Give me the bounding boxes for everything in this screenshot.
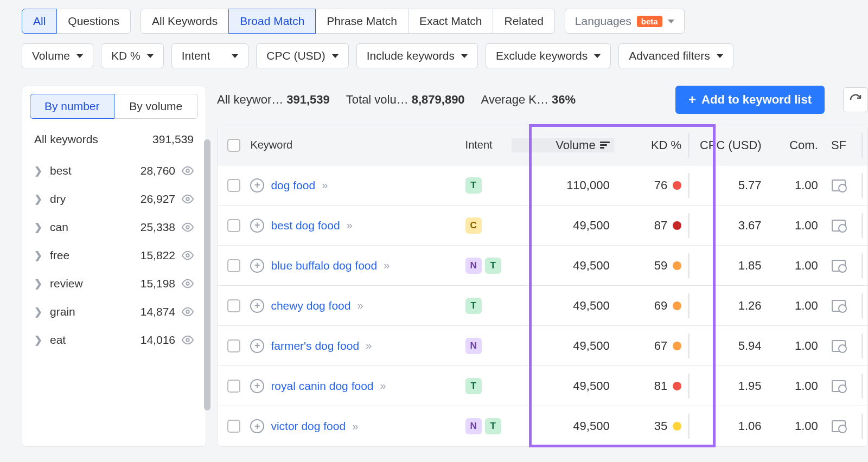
double-chevron-icon[interactable]: » xyxy=(322,179,326,191)
tab-broad-match[interactable]: Broad Match xyxy=(228,9,316,34)
refresh-button[interactable] xyxy=(843,87,868,112)
keyword-link[interactable]: chewy dog food xyxy=(271,299,350,312)
filter-advanced[interactable]: Advanced filters xyxy=(618,43,733,68)
cell-cpc: 1.26 xyxy=(694,299,766,313)
intent-badge-n: N xyxy=(465,418,482,434)
keyword-link[interactable]: dog food xyxy=(271,179,315,192)
tab-all-keywords[interactable]: All Keywords xyxy=(141,9,229,34)
sidebar-group-grain[interactable]: ❯grain14,874 xyxy=(30,298,198,326)
svg-point-4 xyxy=(186,282,189,285)
cell-com: 1.00 xyxy=(766,178,822,193)
tab-exact-match[interactable]: Exact Match xyxy=(408,9,494,34)
expand-icon[interactable]: + xyxy=(250,339,264,353)
col-kd[interactable]: KD % xyxy=(614,138,686,152)
cell-volume: 49,500 xyxy=(512,379,614,393)
toggle-by-volume[interactable]: By volume xyxy=(114,94,199,119)
tab-phrase-match[interactable]: Phrase Match xyxy=(315,9,409,34)
toggle-by-number[interactable]: By number xyxy=(30,94,114,119)
keyword-link[interactable]: best dog food xyxy=(271,219,340,232)
chevron-right-icon: ❯ xyxy=(34,221,42,233)
keyword-link[interactable]: victor dog food xyxy=(271,420,346,433)
col-com[interactable]: Com. xyxy=(766,138,822,152)
double-chevron-icon[interactable]: » xyxy=(352,420,356,433)
row-checkbox[interactable] xyxy=(227,380,240,393)
tab-all[interactable]: All xyxy=(22,9,57,34)
filter-intent[interactable]: Intent xyxy=(171,43,249,68)
select-all-checkbox[interactable] xyxy=(227,139,240,152)
group-count: 15,198 xyxy=(141,277,175,290)
serp-features-icon[interactable] xyxy=(832,420,846,432)
filter-include[interactable]: Include keywords xyxy=(356,43,478,68)
double-chevron-icon[interactable]: » xyxy=(366,339,369,352)
chevron-down-icon xyxy=(147,54,154,58)
sidebar-group-best[interactable]: ❯best28,760 xyxy=(30,157,198,185)
row-checkbox[interactable] xyxy=(227,299,240,312)
expand-icon[interactable]: + xyxy=(250,219,264,233)
sidebar-group-eat[interactable]: ❯eat14,016 xyxy=(30,326,198,354)
cell-cpc: 1.06 xyxy=(694,419,766,433)
row-checkbox[interactable] xyxy=(227,219,240,232)
tab-related[interactable]: Related xyxy=(493,9,554,34)
intent-badge-t: T xyxy=(485,418,501,434)
serp-features-icon[interactable] xyxy=(832,260,846,272)
sidebar-group-free[interactable]: ❯free15,822 xyxy=(30,241,198,270)
kd-difficulty-dot xyxy=(673,181,681,190)
intent-badge-t: T xyxy=(465,378,482,394)
intent-badge-t: T xyxy=(485,258,501,274)
col-intent[interactable]: Intent xyxy=(465,139,512,151)
serp-features-icon[interactable] xyxy=(832,179,846,191)
sidebar-group-review[interactable]: ❯review15,198 xyxy=(30,270,198,298)
table-row: +blue buffalo dog food»NT49,500591.851.0… xyxy=(218,246,867,286)
expand-icon[interactable]: + xyxy=(250,178,264,193)
stat-total-volume: Total volu…8,879,890 xyxy=(346,93,465,107)
intent-badge-t: T xyxy=(465,298,482,314)
col-cpc[interactable]: CPC (USD) xyxy=(694,138,766,152)
double-chevron-icon[interactable]: » xyxy=(347,219,350,232)
beta-badge: beta xyxy=(637,16,662,27)
double-chevron-icon[interactable]: » xyxy=(380,380,384,392)
keyword-link[interactable]: blue buffalo dog food xyxy=(271,259,377,272)
tab-questions[interactable]: Questions xyxy=(56,9,131,34)
plus-icon: + xyxy=(688,92,696,107)
expand-icon[interactable]: + xyxy=(250,299,264,313)
serp-features-icon[interactable] xyxy=(832,340,846,352)
sidebar-scrollbar[interactable] xyxy=(204,139,210,410)
row-checkbox[interactable] xyxy=(227,420,240,433)
sidebar-group-dry[interactable]: ❯dry26,927 xyxy=(30,185,198,213)
col-keyword[interactable]: Keyword xyxy=(250,139,465,151)
keyword-link[interactable]: royal canin dog food xyxy=(271,380,373,393)
chevron-right-icon: ❯ xyxy=(34,306,42,318)
chevron-right-icon: ❯ xyxy=(34,249,42,261)
cell-kd: 67 xyxy=(654,339,667,353)
kd-difficulty-dot xyxy=(673,382,681,390)
expand-icon[interactable]: + xyxy=(250,379,264,393)
chevron-down-icon xyxy=(76,54,83,58)
chevron-right-icon: ❯ xyxy=(34,193,42,205)
kd-difficulty-dot xyxy=(673,342,681,350)
sidebar-group-can[interactable]: ❯can25,338 xyxy=(30,213,198,241)
col-sf[interactable]: SF xyxy=(822,138,859,152)
serp-features-icon[interactable] xyxy=(832,380,846,392)
add-to-keyword-list-button[interactable]: +Add to keyword list xyxy=(675,86,825,114)
expand-icon[interactable]: + xyxy=(250,259,264,273)
filter-volume[interactable]: Volume xyxy=(22,43,93,68)
chevron-down-icon xyxy=(668,20,674,23)
serp-features-icon[interactable] xyxy=(832,300,846,312)
group-name: grain xyxy=(50,305,141,318)
row-checkbox[interactable] xyxy=(227,259,240,272)
keyword-link[interactable]: farmer's dog food xyxy=(271,339,359,352)
eye-icon xyxy=(182,306,194,318)
cell-volume: 49,500 xyxy=(512,259,614,273)
filter-kd[interactable]: KD % xyxy=(101,43,164,68)
row-checkbox[interactable] xyxy=(227,179,240,192)
languages-dropdown[interactable]: Languages beta xyxy=(565,9,685,34)
col-volume[interactable]: Volume xyxy=(512,138,614,152)
filter-exclude[interactable]: Exclude keywords xyxy=(486,43,611,68)
serp-features-icon[interactable] xyxy=(832,220,846,232)
double-chevron-icon[interactable]: » xyxy=(357,299,361,312)
double-chevron-icon[interactable]: » xyxy=(384,259,387,272)
expand-icon[interactable]: + xyxy=(250,419,264,433)
row-checkbox[interactable] xyxy=(227,339,240,352)
filter-cpc[interactable]: CPC (USD) xyxy=(256,43,349,68)
table-row: +chewy dog food»T49,500691.261.00 xyxy=(218,286,867,326)
